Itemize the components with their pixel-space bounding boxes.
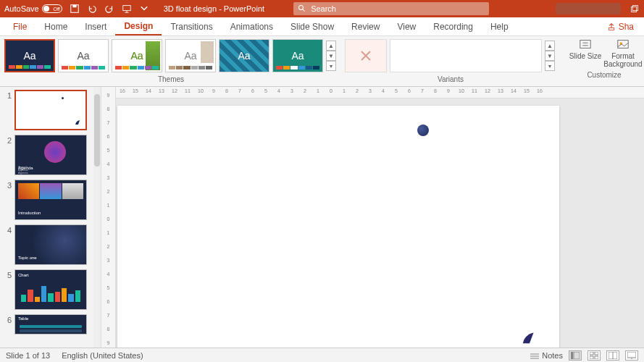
autosave-switch[interactable]: Off bbox=[42, 4, 62, 13]
variants-up-icon[interactable]: ▲ bbox=[545, 41, 555, 51]
tab-animations[interactable]: Animations bbox=[222, 17, 282, 35]
theme-thumb-6[interactable]: Aa bbox=[272, 39, 323, 72]
theme-thumb-3[interactable]: Aa bbox=[112, 39, 162, 72]
tab-recording[interactable]: Recording bbox=[425, 17, 482, 35]
svg-rect-15 bbox=[595, 356, 598, 359]
ribbon-design: Aa Aa Aa Aa Aa Aa bbox=[0, 36, 644, 87]
svg-rect-2 bbox=[122, 6, 130, 11]
customize-group: Slide Size Format Background Customize bbox=[562, 36, 644, 79]
variant-thumb-1[interactable] bbox=[345, 39, 387, 72]
svg-rect-10 bbox=[571, 352, 573, 359]
svg-rect-4 bbox=[632, 7, 637, 12]
slide-canvas-area[interactable] bbox=[116, 98, 644, 348]
slide-thumb[interactable]: Topic one bbox=[14, 224, 87, 265]
redo-icon[interactable] bbox=[104, 4, 114, 14]
autosave-toggle[interactable]: AutoSave Off bbox=[4, 4, 62, 13]
svg-rect-11 bbox=[574, 352, 580, 359]
thumbnail-1[interactable]: 1 bbox=[4, 90, 96, 130]
search-box[interactable]: Search bbox=[293, 2, 489, 15]
slide-thumb[interactable] bbox=[14, 90, 87, 130]
search-icon bbox=[298, 4, 306, 13]
thumbnail-scrollbar[interactable] bbox=[93, 87, 101, 348]
slide-thumb[interactable]: Introduction bbox=[14, 180, 87, 220]
themes-scroll: ▲ ▼ ▾ bbox=[326, 39, 338, 72]
undo-icon[interactable] bbox=[87, 4, 97, 14]
variants-label: Variants bbox=[438, 75, 464, 83]
notes-icon bbox=[530, 352, 539, 359]
slideshow-view-icon[interactable] bbox=[625, 350, 638, 361]
quick-access-toolbar bbox=[70, 4, 149, 14]
save-icon[interactable] bbox=[70, 4, 80, 14]
svg-rect-14 bbox=[590, 356, 593, 359]
tab-review[interactable]: Review bbox=[343, 17, 388, 35]
variants-scroll: ▲ ▼ ▾ bbox=[545, 39, 556, 72]
tab-transitions[interactable]: Transitions bbox=[162, 17, 221, 35]
present-icon[interactable] bbox=[122, 4, 132, 14]
reading-view-icon[interactable] bbox=[606, 350, 619, 361]
title-bar-right bbox=[556, 3, 640, 14]
slide-thumb[interactable]: Chart bbox=[14, 269, 87, 310]
svg-rect-12 bbox=[590, 352, 593, 355]
window-restore-icon[interactable] bbox=[630, 4, 640, 14]
tab-file[interactable]: File bbox=[4, 17, 35, 35]
tab-home[interactable]: Home bbox=[35, 17, 76, 35]
svg-rect-5 bbox=[632, 6, 637, 11]
themes-group: Aa Aa Aa Aa Aa Aa bbox=[0, 36, 339, 83]
theme-thumb-1[interactable]: Aa bbox=[4, 39, 55, 72]
main-area: 1 2 Agenda AgendaAgendaAgenda 3 Introduc… bbox=[0, 87, 644, 348]
thumbnail-5[interactable]: 5 Chart bbox=[4, 269, 96, 310]
slide-canvas[interactable] bbox=[117, 106, 559, 348]
title-bar: AutoSave Off 3D float design - PowerPoin… bbox=[0, 0, 644, 17]
thumbnail-3[interactable]: 3 Introduction bbox=[4, 180, 96, 220]
qat-dropdown-icon[interactable] bbox=[139, 4, 149, 14]
tab-design[interactable]: Design bbox=[115, 17, 162, 35]
document-title: 3D float design - PowerPoint bbox=[164, 4, 264, 13]
ribbon-tabs: File Home Insert Design Transitions Anim… bbox=[0, 17, 644, 36]
slide-thumbnails-panel: 1 2 Agenda AgendaAgendaAgenda 3 Introduc… bbox=[0, 87, 101, 348]
notes-button[interactable]: Notes bbox=[530, 351, 563, 360]
tab-view[interactable]: View bbox=[388, 17, 425, 35]
horizontal-ruler: 1615141312111098765432101234567891011121… bbox=[116, 87, 644, 98]
vertical-ruler: 9876543210123456789 bbox=[101, 87, 116, 348]
share-button[interactable]: Sha bbox=[601, 17, 640, 35]
pie-shape[interactable] bbox=[522, 329, 538, 345]
thumbnail-4[interactable]: 4 Topic one bbox=[4, 224, 96, 265]
themes-down-icon[interactable]: ▼ bbox=[326, 51, 336, 61]
user-account[interactable] bbox=[556, 3, 621, 14]
svg-rect-13 bbox=[595, 352, 598, 355]
slide-thumb[interactable]: Agenda AgendaAgendaAgenda bbox=[14, 135, 87, 175]
variants-more-icon[interactable]: ▾ bbox=[545, 61, 555, 71]
themes-label: Themes bbox=[158, 75, 184, 83]
format-background-button[interactable]: Format Background bbox=[606, 38, 640, 68]
variants-down-icon[interactable]: ▼ bbox=[545, 51, 555, 61]
format-background-icon bbox=[616, 38, 630, 51]
tab-slideshow[interactable]: Slide Show bbox=[282, 17, 343, 35]
slide-size-button[interactable]: Slide Size bbox=[568, 38, 603, 68]
svg-rect-6 bbox=[609, 28, 614, 30]
tab-help[interactable]: Help bbox=[482, 17, 517, 35]
share-icon bbox=[607, 22, 616, 31]
theme-thumb-4[interactable]: Aa bbox=[165, 39, 216, 72]
theme-thumb-2[interactable]: Aa bbox=[58, 39, 109, 72]
themes-up-icon[interactable]: ▲ bbox=[326, 41, 336, 51]
scrollbar-handle[interactable] bbox=[94, 94, 100, 167]
tab-insert[interactable]: Insert bbox=[76, 17, 115, 35]
search-placeholder: Search bbox=[311, 4, 336, 13]
svg-rect-17 bbox=[627, 352, 636, 358]
svg-point-3 bbox=[299, 6, 304, 10]
close-icon bbox=[359, 49, 373, 63]
theme-thumb-5[interactable]: Aa bbox=[219, 39, 269, 72]
variant-thumb-2[interactable] bbox=[390, 39, 542, 72]
status-bar: Slide 1 of 13 English (United States) No… bbox=[0, 348, 644, 362]
language-indicator[interactable]: English (United States) bbox=[62, 351, 143, 360]
sphere-shape[interactable] bbox=[417, 125, 429, 136]
variants-group: ▲ ▼ ▾ Variants bbox=[345, 36, 556, 83]
slide-counter: Slide 1 of 13 bbox=[6, 351, 50, 360]
slide-thumb[interactable]: Table bbox=[14, 314, 87, 334]
slide-size-icon bbox=[579, 38, 592, 51]
themes-more-icon[interactable]: ▾ bbox=[326, 61, 336, 71]
sorter-view-icon[interactable] bbox=[587, 350, 601, 361]
thumbnail-6[interactable]: 6 Table bbox=[4, 314, 96, 334]
thumbnail-2[interactable]: 2 Agenda AgendaAgendaAgenda bbox=[4, 135, 96, 175]
normal-view-icon[interactable] bbox=[569, 350, 582, 361]
